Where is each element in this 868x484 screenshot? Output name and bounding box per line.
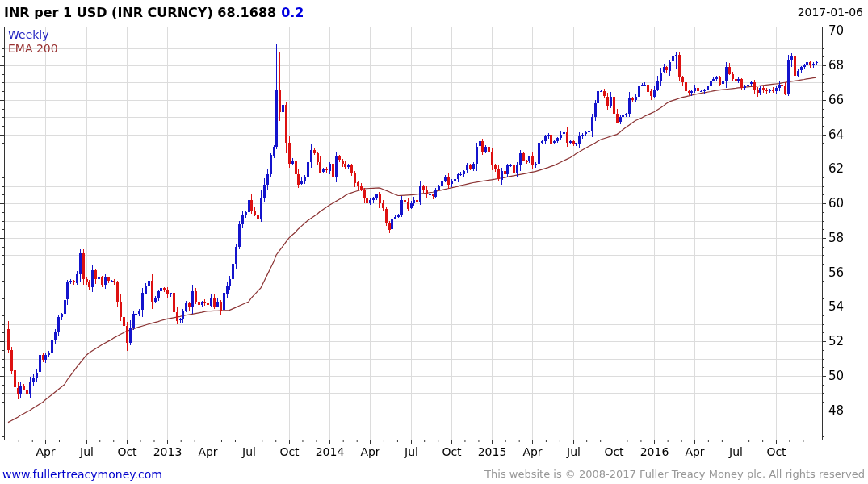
candlestick-chart-canvas[interactable] [0,0,868,484]
chart-change-value: 0.2 [281,5,304,20]
chart-page: INR per 1 USD (INR CURNCY) 68.16880.2 20… [0,0,868,484]
chart-title-row: INR per 1 USD (INR CURNCY) 68.16880.2 [4,5,304,20]
chart-title: INR per 1 USD (INR CURNCY) 68.1688 [4,5,276,20]
legend-timeframe: Weekly [8,28,58,42]
site-link[interactable]: www.fullertreacymoney.com [2,468,162,481]
chart-legend: Weekly EMA 200 [8,28,58,56]
legend-ema-200: EMA 200 [8,42,58,56]
as-of-date: 2017-01-06 [798,6,863,19]
copyright-text: This website is © 2008-2017 Fuller Treac… [484,468,865,480]
